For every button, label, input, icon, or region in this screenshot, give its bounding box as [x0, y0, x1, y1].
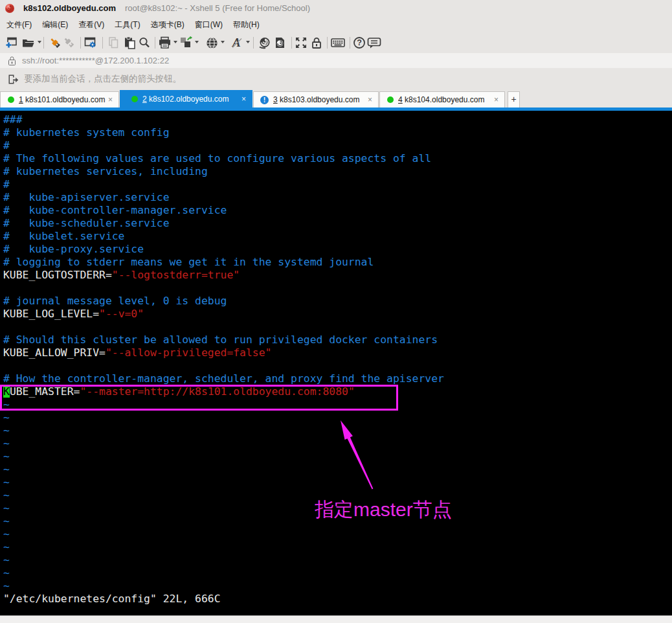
menu-edit[interactable]: 编辑(E) — [38, 17, 73, 32]
toolbar-separator — [102, 37, 103, 49]
terminal-line: ~ — [3, 437, 444, 450]
tab-label: k8s104.oldboyedu.com — [403, 95, 485, 104]
annotation-highlight-box — [0, 385, 398, 411]
tab-k8s104[interactable]: 4 k8s104.oldboyedu.com × — [379, 91, 505, 108]
terminal-line: # kubelet.service — [3, 230, 444, 243]
menu-bar: 文件(F) 编辑(E) 查看(V) 工具(T) 选项卡(B) 窗口(W) 帮助(… — [0, 17, 672, 32]
tab-number: 1 — [19, 95, 23, 104]
terminal-line: ~ — [3, 580, 444, 593]
terminal-line: # — [3, 178, 444, 191]
menu-view[interactable]: 查看(V) — [74, 17, 109, 32]
properties-button[interactable] — [83, 35, 98, 51]
tab-close-icon[interactable]: × — [241, 95, 246, 103]
open-folder-icon — [22, 37, 35, 49]
tab-close-icon[interactable]: × — [368, 96, 372, 104]
xftp-icon — [273, 36, 287, 49]
lock-icon — [8, 56, 16, 65]
session-hint-bar: 要添加当前会话，点击左侧的箭头按钮。 — [0, 68, 672, 90]
add-session-arrow-icon[interactable] — [8, 74, 19, 85]
terminal-line: # journal message level, 0 is debug — [3, 295, 444, 308]
find-button[interactable] — [137, 35, 152, 51]
feedback-button[interactable] — [366, 35, 382, 51]
title-bar: k8s102.oldboyedu.com root@k8s102:~ - Xsh… — [0, 0, 672, 17]
tab-label: k8s101.oldboyedu.com — [23, 95, 106, 104]
dropdown-caret-icon[interactable] — [246, 41, 250, 43]
new-tab-button[interactable]: + — [508, 91, 520, 108]
paste-button[interactable] — [122, 35, 137, 51]
tab-number: 4 — [398, 95, 403, 104]
dropdown-caret-icon[interactable] — [174, 41, 177, 43]
terminal-line: # — [3, 139, 444, 152]
connect-button[interactable] — [47, 35, 63, 51]
menu-window[interactable]: 窗口(W) — [190, 17, 227, 32]
terminal-text: #### kubernetes system config## The foll… — [3, 113, 444, 606]
tab-label: k8s103.oldboyedu.com — [278, 95, 360, 104]
dropdown-caret-icon[interactable] — [195, 41, 199, 43]
tab-close-icon[interactable]: × — [494, 96, 498, 104]
tab-bar: 1 k8s101.oldboyedu.com × 2 k8s102.oldboy… — [0, 90, 672, 111]
xshell-window: k8s102.oldboyedu.com root@k8s102:~ - Xsh… — [0, 0, 672, 623]
xshell-logo-icon — [5, 3, 15, 14]
print-button[interactable] — [157, 35, 172, 51]
open-folder-button[interactable] — [21, 35, 36, 51]
terminal-line: # kube-scheduler.service — [3, 217, 444, 230]
terminal-line: KUBE_LOGTOSTDERR="--logtostderr=true" — [3, 269, 444, 282]
toolbar-separator — [291, 37, 292, 49]
fullscreen-button[interactable] — [293, 35, 309, 51]
help-button[interactable]: ? — [352, 35, 367, 51]
tab-close-icon[interactable]: × — [108, 96, 113, 104]
tab-k8s102[interactable]: 2 k8s102.oldboyedu.com × — [120, 90, 252, 108]
connect-icon — [49, 36, 62, 49]
toolbar-separator — [350, 37, 350, 49]
terminal-line: # The following values are used to confi… — [3, 152, 444, 165]
menu-help[interactable]: 帮助(H) — [229, 17, 264, 32]
disconnect-button — [62, 35, 77, 51]
xftp-button[interactable] — [272, 35, 287, 51]
address-url[interactable]: ssh://root:***********@172.200.1.102:22 — [22, 56, 169, 65]
terminal-line: # Should this cluster be allowed to run … — [3, 334, 444, 346]
alert-bang-icon: ! — [260, 96, 269, 104]
toolbar-separator — [155, 37, 155, 49]
disconnect-icon — [63, 36, 76, 49]
terminal-line: # kubernetes system config — [3, 126, 444, 139]
terminal-line — [3, 282, 444, 295]
dropdown-caret-icon[interactable] — [221, 41, 225, 43]
dropdown-caret-icon[interactable] — [38, 41, 41, 43]
toolbar-separator — [80, 37, 81, 49]
copy-button — [106, 35, 121, 51]
terminal[interactable]: #### kubernetes system config## The foll… — [0, 111, 672, 615]
terminal-line: KUBE_ALLOW_PRIV="--allow-privileged=fals… — [3, 346, 444, 359]
terminal-line: ~ — [3, 411, 444, 424]
tab-label: k8s102.oldboyedu.com — [147, 95, 229, 104]
annotation-label: 指定master节点 — [315, 497, 452, 523]
status-bar — [0, 615, 672, 623]
keyboard-button[interactable] — [330, 35, 346, 51]
terminal-line: ~ — [3, 567, 444, 580]
menu-tools[interactable]: 工具(T) — [110, 17, 144, 32]
menu-file[interactable]: 文件(F) — [2, 17, 36, 32]
address-bar[interactable]: ssh://root:***********@172.200.1.102:22 — [0, 53, 672, 68]
new-session-button[interactable] — [4, 35, 19, 51]
toolbar-separator — [327, 37, 328, 49]
font-button[interactable]: A — [229, 35, 245, 51]
terminal-line: ~ — [3, 554, 444, 567]
copy-icon — [107, 36, 120, 49]
terminal-line: ~ — [3, 424, 444, 437]
lock-button[interactable] — [309, 35, 324, 51]
terminal-line: ### — [3, 113, 444, 126]
web-button[interactable] — [204, 35, 219, 51]
menu-tab[interactable]: 选项卡(B) — [146, 17, 189, 32]
window-title: k8s102.oldboyedu.com — [23, 3, 116, 13]
terminal-line: # logging to stderr means we get it in t… — [3, 256, 444, 269]
web-icon — [205, 36, 219, 50]
terminal-line: ~ — [3, 450, 444, 463]
tab-k8s101[interactable]: 1 k8s101.oldboyedu.com × — [0, 91, 119, 108]
connected-dot-icon — [131, 96, 138, 102]
toolbar-separator — [43, 37, 44, 49]
xshell-snail-button[interactable] — [256, 35, 272, 51]
tab-k8s103[interactable]: ! 3 k8s103.oldboyedu.com × — [253, 91, 379, 108]
arrange-button[interactable] — [178, 35, 194, 51]
window-subtitle: root@k8s102:~ - Xshell 5 (Free for Home/… — [125, 3, 310, 13]
terminal-line: ~ — [3, 528, 444, 541]
terminal-line: KUBE_LOG_LEVEL="--v=0" — [3, 308, 444, 321]
